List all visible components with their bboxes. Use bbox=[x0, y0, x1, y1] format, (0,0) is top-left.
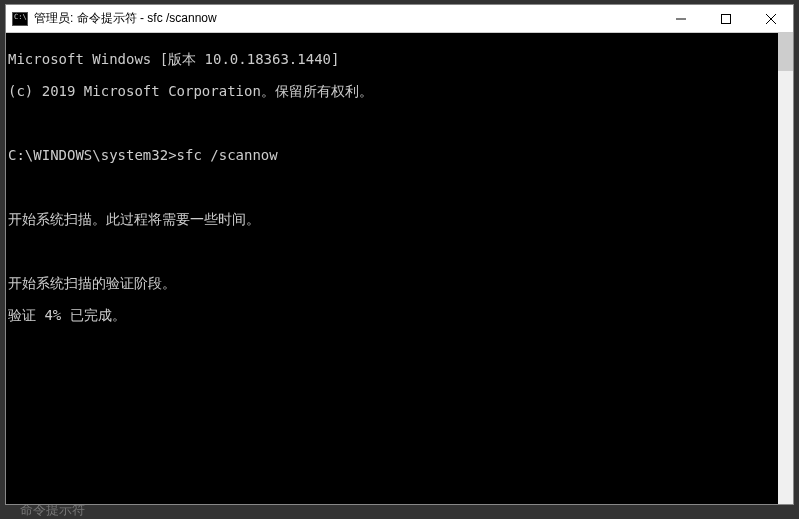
output-blank bbox=[8, 179, 778, 195]
close-button[interactable] bbox=[748, 5, 793, 32]
output-blank bbox=[8, 115, 778, 131]
command-input: sfc /scannow bbox=[177, 147, 278, 163]
terminal-output[interactable]: Microsoft Windows [版本 10.0.18363.1440] (… bbox=[6, 33, 778, 504]
output-line: (c) 2019 Microsoft Corporation。保留所有权利。 bbox=[8, 83, 778, 99]
vertical-scrollbar[interactable] bbox=[778, 33, 793, 504]
window-controls bbox=[658, 5, 793, 32]
scrollbar-thumb[interactable] bbox=[778, 33, 793, 71]
output-line: 开始系统扫描。此过程将需要一些时间。 bbox=[8, 211, 778, 227]
minimize-icon bbox=[676, 14, 686, 24]
maximize-icon bbox=[721, 14, 731, 24]
window-title: 管理员: 命令提示符 - sfc /scannow bbox=[34, 10, 658, 27]
minimize-button[interactable] bbox=[658, 5, 703, 32]
output-blank bbox=[8, 243, 778, 259]
prompt: C:\WINDOWS\system32> bbox=[8, 147, 177, 163]
svg-rect-1 bbox=[721, 14, 730, 23]
terminal-area: Microsoft Windows [版本 10.0.18363.1440] (… bbox=[6, 33, 793, 504]
output-line: 开始系统扫描的验证阶段。 bbox=[8, 275, 778, 291]
output-line: Microsoft Windows [版本 10.0.18363.1440] bbox=[8, 51, 778, 67]
close-icon bbox=[766, 14, 776, 24]
output-line: 验证 4% 已完成。 bbox=[8, 307, 778, 323]
cmd-icon bbox=[12, 12, 28, 26]
command-prompt-window: 管理员: 命令提示符 - sfc /scannow Microsoft Wind… bbox=[5, 4, 794, 505]
titlebar[interactable]: 管理员: 命令提示符 - sfc /scannow bbox=[6, 5, 793, 33]
maximize-button[interactable] bbox=[703, 5, 748, 32]
prompt-line: C:\WINDOWS\system32>sfc /scannow bbox=[8, 147, 778, 163]
